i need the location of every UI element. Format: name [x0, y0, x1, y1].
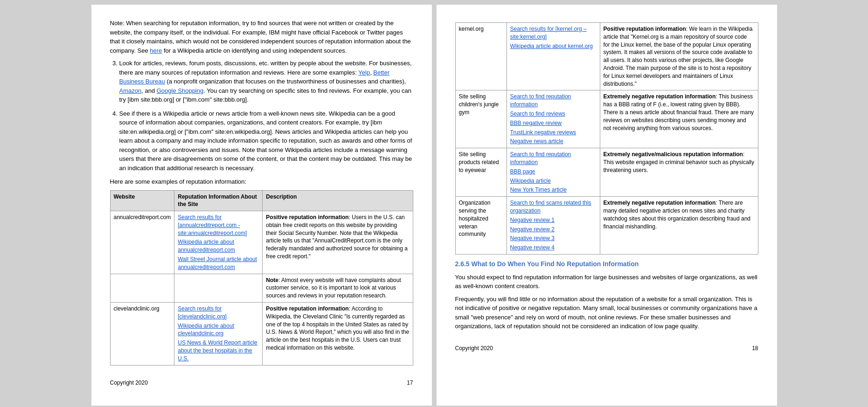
kernel-search-link[interactable]: Search results for [kernel.org –site:ker…: [510, 25, 597, 41]
annual-search-link[interactable]: Search results for [annualcreditreport.c…: [178, 214, 259, 237]
col-website: Website: [110, 190, 174, 211]
table-row-note: Note: Almost every website will have com…: [110, 274, 413, 302]
here-link[interactable]: here: [150, 47, 162, 54]
website-cell-empty: [110, 274, 174, 302]
links-cell: Search results for [annualcreditreport.c…: [174, 211, 263, 274]
jungle-search-rep-link[interactable]: Search to find reputation information: [510, 93, 597, 109]
veteran-neg1-link[interactable]: Negative review 1: [510, 216, 597, 224]
right-footer: Copyright 2020 18: [455, 340, 758, 352]
eyewear-wiki-link[interactable]: Wikipedia article: [510, 177, 597, 185]
website-cell-veteran: Organization serving the hospitalized ve…: [455, 197, 507, 255]
links-cell-empty: [174, 274, 263, 302]
desc-cell-cleveland: Positive reputation information: Accordi…: [263, 303, 413, 366]
left-footer: Copyright 2020 17: [110, 375, 413, 386]
links-cell-eyewear: Search to find reputation information BB…: [507, 148, 600, 197]
website-cell-cleveland: clevelandclinic.org: [110, 303, 174, 366]
annual-wsj-link[interactable]: Wall Street Journal article about annual…: [178, 255, 259, 271]
reputation-table-left: Website Reputation Information About the…: [110, 190, 413, 366]
cleveland-search-link[interactable]: Search results for [clevelandclinic.org]: [178, 305, 259, 321]
yelp-link[interactable]: Yelp: [358, 69, 370, 76]
website-cell-kernel: kernel.org: [455, 23, 507, 90]
veteran-neg2-link[interactable]: Negative review 2: [510, 226, 597, 234]
table-row-eyewear: Site selling products related to eyewear…: [455, 148, 758, 197]
cleveland-wiki-link[interactable]: Wikipedia article about clevelandclinic.…: [178, 322, 259, 338]
veteran-neg3-link[interactable]: Negative review 3: [510, 235, 597, 242]
table-row: annualcreditreport.com Search results fo…: [110, 211, 413, 274]
jungle-news-link[interactable]: Negative news article: [510, 138, 597, 145]
jungle-bbb-link[interactable]: BBB negative review: [510, 119, 597, 127]
left-page-number: 17: [407, 379, 413, 386]
left-page: Note: When searching for reputation info…: [91, 5, 432, 406]
table-row-kernel: kernel.org Search results for [kernel.or…: [455, 23, 758, 90]
col-description: Description: [263, 190, 413, 211]
note-cell: Note: Almost every website will have com…: [263, 274, 413, 302]
eyewear-bbb-link[interactable]: BBB page: [510, 168, 597, 176]
kernel-wiki-link[interactable]: Wikipedia article about kernel.org: [510, 42, 597, 50]
eyewear-search-link[interactable]: Search to find reputation information: [510, 151, 597, 166]
desc-cell-kernel: Positive reputation information: We lear…: [600, 23, 758, 90]
eyewear-nyt-link[interactable]: New York Times article: [510, 186, 597, 194]
website-cell: annualcreditreport.com: [110, 211, 174, 274]
section-265-title: 2.6.5 What to Do When You Find No Reputa…: [455, 259, 758, 269]
desc-cell-veteran: Extremely negative reputation informatio…: [600, 197, 758, 255]
intro-note: Note: When searching for reputation info…: [110, 19, 413, 55]
section-265-para1: You should expect to find reputation inf…: [455, 273, 758, 291]
veteran-scam-link[interactable]: Search to find scams related this organi…: [510, 199, 597, 215]
section-265-para2: Frequently, you will find little or no i…: [455, 295, 758, 331]
links-cell-jungle: Search to find reputation information Se…: [507, 90, 600, 148]
list-item-4: See if there is a Wikipedia article or n…: [119, 109, 413, 173]
right-page: kernel.org Search results for [kernel.or…: [437, 5, 777, 406]
right-page-number: 18: [752, 345, 758, 352]
table-row-jungle: Site selling children's jungle gym Searc…: [455, 90, 758, 148]
desc-cell-eyewear: Extremely negative/malicious reputation …: [600, 148, 758, 197]
cleveland-usnews-link[interactable]: US News & World Report article about the…: [178, 339, 259, 362]
website-cell-eyewear: Site selling products related to eyewear: [455, 148, 507, 197]
links-cell-kernel: Search results for [kernel.org –site:ker…: [507, 23, 600, 90]
table-row-cleveland: clevelandclinic.org Search results for […: [110, 303, 413, 366]
table-row-veteran: Organization serving the hospitalized ve…: [455, 197, 758, 255]
right-copyright: Copyright 2020: [455, 345, 493, 352]
left-copyright: Copyright 2020: [110, 379, 148, 386]
annual-wiki-link[interactable]: Wikipedia article about annualcreditrepo…: [178, 238, 259, 254]
google-shopping-link[interactable]: Google Shopping: [157, 87, 203, 94]
reputation-table-right: kernel.org Search results for [kernel.or…: [455, 22, 758, 255]
amazon-link[interactable]: Amazon: [119, 87, 142, 94]
examples-header: Here are some examples of reputation inf…: [110, 177, 413, 186]
jungle-trustlink-link[interactable]: TrustLink negative reviews: [510, 129, 597, 137]
list-item-3: Look for articles, reviews, forum posts,…: [119, 59, 413, 104]
veteran-neg4-link[interactable]: Negative review 4: [510, 244, 597, 252]
links-cell-cleveland: Search results for [clevelandclinic.org]…: [174, 303, 263, 366]
desc-cell: Positive reputation information: Users i…: [263, 211, 413, 274]
col-rep-info: Reputation Information About the Site: [174, 190, 263, 211]
website-cell-jungle: Site selling children's jungle gym: [455, 90, 507, 148]
links-cell-veteran: Search to find scams related this organi…: [507, 197, 600, 255]
bbb-link[interactable]: Better Business Bureau: [119, 69, 390, 85]
desc-cell-jungle: Extremely negative reputation informatio…: [600, 90, 758, 148]
jungle-search-rev-link[interactable]: Search to find reviews: [510, 110, 597, 118]
